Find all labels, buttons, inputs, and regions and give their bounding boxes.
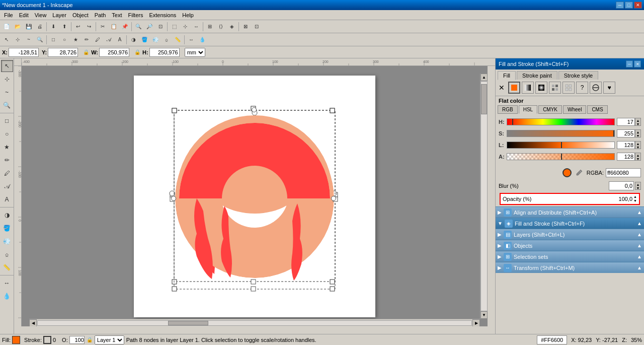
scroll-up-btn[interactable]: ▲ [480, 74, 488, 81]
a-spinner[interactable]: ▲ ▼ [635, 153, 641, 161]
eyedropper-button[interactable] [574, 167, 585, 178]
paint-mesh-gradient-btn[interactable] [549, 82, 561, 94]
blur-value-input[interactable] [609, 181, 634, 190]
tb-transform[interactable]: ↔ [191, 21, 202, 32]
scroll-left-btn[interactable]: ◀ [29, 319, 37, 327]
menu-layer[interactable]: Layer [49, 11, 69, 19]
close-button[interactable]: ✕ [634, 2, 642, 9]
menu-help[interactable]: Help [179, 11, 197, 19]
tool-rect[interactable]: □ [1, 115, 13, 127]
h-value-input[interactable] [617, 118, 635, 126]
tb2-text-tool[interactable]: A [114, 34, 125, 45]
tb2-select-tool[interactable]: ↖ [1, 34, 12, 45]
lock-icon[interactable]: 🔒 [83, 49, 90, 56]
tb2-rect-tool[interactable]: □ [48, 34, 59, 45]
tb-xml[interactable]: ⟨⟩ [215, 21, 226, 32]
menu-extensions[interactable]: Extensions [146, 11, 179, 19]
section-fill-stroke[interactable]: ▼ ◈ Fill and Stroke (Shift+Ctrl+F) ▲ [496, 218, 644, 229]
tab-hsl[interactable]: HSL [519, 105, 537, 114]
tab-rgb[interactable]: RGB [498, 105, 518, 114]
tb-node[interactable]: ⊹ [180, 21, 191, 32]
tb2-gradient-tool[interactable]: ◑ [128, 34, 139, 45]
tb-import[interactable]: ⬇ [48, 21, 59, 32]
tb2-spray-tool[interactable]: 💨 [150, 34, 161, 45]
menu-filters[interactable]: Filters [125, 11, 146, 19]
opacity-status-input[interactable] [69, 336, 85, 344]
tb-redo[interactable]: ↪ [84, 21, 95, 32]
section-transform[interactable]: ▶ ↔ Transform (Shift+Ctrl+M) ▲ [496, 262, 644, 273]
tb-zoom-fit[interactable]: ⊡ [155, 21, 166, 32]
menu-edit[interactable]: Edit [16, 11, 32, 19]
tool-spray[interactable]: 💨 [1, 235, 13, 247]
tab-stroke-paint[interactable]: Stroke paint [517, 71, 557, 80]
tb-undo[interactable]: ↩ [72, 21, 84, 32]
a-slider-track[interactable] [507, 153, 615, 160]
tab-fill[interactable]: Fill [498, 71, 516, 80]
tb2-pencil-tool[interactable]: ✏ [81, 34, 92, 45]
tool-gradient[interactable]: ◑ [1, 209, 13, 221]
tool-eraser[interactable]: ⎐ [1, 248, 13, 260]
tb-snap2[interactable]: ⊡ [251, 21, 262, 32]
tb2-dropper-tool[interactable]: 💧 [197, 34, 208, 45]
tb-select[interactable]: ⬚ [169, 21, 180, 32]
tool-dropper[interactable]: 💧 [1, 290, 13, 302]
scroll-thumb-v[interactable] [481, 84, 487, 114]
menu-view[interactable]: View [32, 11, 50, 19]
canvas-scrollbar-v[interactable]: ▲ ▼ [480, 74, 488, 319]
tb2-fill-tool[interactable]: 🪣 [139, 34, 150, 45]
tb2-ellipse-tool[interactable]: ○ [59, 34, 70, 45]
paint-heart-btn[interactable]: ♥ [603, 82, 615, 94]
tb-snap[interactable]: ⊠ [240, 21, 251, 32]
a-value-input[interactable] [617, 153, 635, 161]
scroll-right-btn[interactable]: ▶ [472, 319, 480, 327]
tb-save[interactable]: 💾 [23, 21, 34, 32]
paint-unset-btn[interactable] [590, 82, 602, 94]
tb-zoom-out[interactable]: 🔎 [144, 21, 155, 32]
paint-radial-gradient-btn[interactable] [535, 82, 547, 94]
tb-open[interactable]: 📂 [12, 21, 23, 32]
tool-circle[interactable]: ○ [1, 128, 13, 140]
tool-tweak[interactable]: ~ [1, 86, 13, 98]
maximize-button[interactable]: □ [625, 2, 633, 9]
y-input[interactable] [48, 48, 78, 57]
tab-cmyk[interactable]: CMYK [538, 105, 562, 114]
tool-text[interactable]: A [1, 193, 13, 205]
panel-minimize-btn[interactable]: ─ [626, 60, 633, 67]
tool-connector[interactable]: ↔ [1, 277, 13, 289]
tb2-zoom-tool[interactable]: 🔍 [34, 34, 45, 45]
tb-new[interactable]: 📄 [1, 21, 12, 32]
s-spinner[interactable]: ▲ ▼ [635, 129, 641, 137]
menu-path[interactable]: Path [92, 11, 109, 19]
tool-star[interactable]: ★ [1, 141, 13, 153]
tb-print[interactable]: 🖨 [34, 21, 45, 32]
tool-paint-bucket[interactable]: 🪣 [1, 222, 13, 234]
h-input[interactable] [149, 48, 180, 57]
tool-pen[interactable]: 🖊 [1, 167, 13, 179]
l-value-input[interactable] [617, 141, 635, 149]
menu-file[interactable]: File [1, 11, 16, 19]
tb-cut[interactable]: ✂ [97, 21, 108, 32]
tb2-connector-tool[interactable]: ↔ [186, 34, 197, 45]
layer-select[interactable]: Layer 1 [95, 335, 124, 344]
w-input[interactable] [99, 48, 129, 57]
tb-export[interactable]: ⬆ [59, 21, 70, 32]
tab-cms[interactable]: CMS [587, 105, 607, 114]
scroll-down-btn[interactable]: ▼ [480, 311, 488, 319]
section-objects[interactable]: ▶ ◧ Objects ▲ [496, 240, 644, 251]
tab-wheel[interactable]: Wheel [563, 105, 586, 114]
unit-select[interactable]: mm px in pt [185, 48, 205, 57]
blur-spinner[interactable]: ▲ ▼ [635, 182, 641, 190]
tb-fill[interactable]: ◈ [226, 21, 237, 32]
scroll-thumb-h[interactable] [168, 321, 208, 325]
panel-close-btn[interactable]: ✕ [634, 60, 641, 67]
s-slider-track[interactable] [507, 130, 615, 137]
x-input[interactable] [9, 48, 39, 57]
tb2-pen-tool[interactable]: 🖊 [92, 34, 103, 45]
s-value-input[interactable] [617, 129, 635, 137]
tool-callig[interactable]: 𝒜 [1, 180, 13, 192]
tb2-node-tool[interactable]: ⊹ [12, 34, 23, 45]
tool-pencil[interactable]: ✏ [1, 154, 13, 166]
tool-zoom[interactable]: 🔍 [1, 99, 13, 111]
menu-object[interactable]: Object [69, 11, 92, 19]
h-spinner[interactable]: ▲ ▼ [635, 118, 641, 126]
